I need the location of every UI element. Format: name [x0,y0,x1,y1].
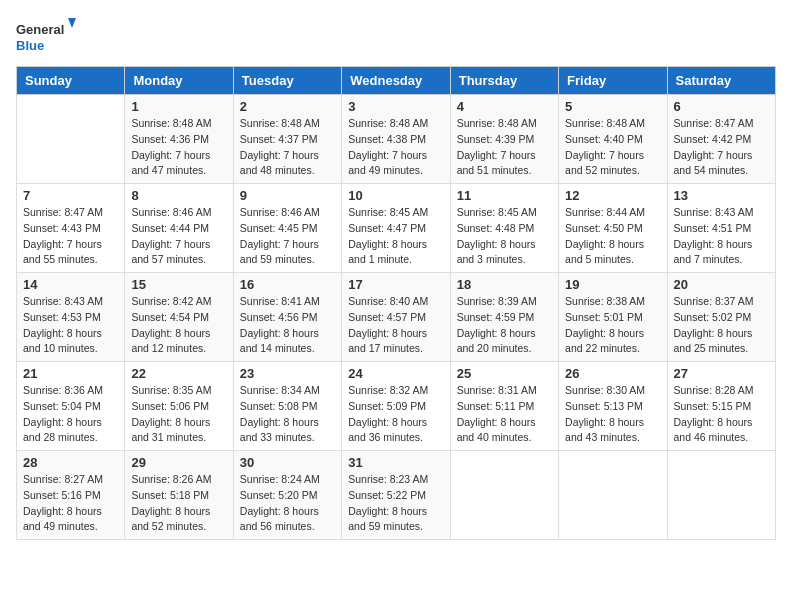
calendar-table: SundayMondayTuesdayWednesdayThursdayFrid… [16,66,776,540]
day-number: 8 [131,188,226,203]
cell-info: Sunrise: 8:30 AMSunset: 5:13 PMDaylight:… [565,383,660,446]
calendar-cell [559,451,667,540]
calendar-cell: 23Sunrise: 8:34 AMSunset: 5:08 PMDayligh… [233,362,341,451]
cell-info: Sunrise: 8:36 AMSunset: 5:04 PMDaylight:… [23,383,118,446]
cell-info: Sunrise: 8:37 AMSunset: 5:02 PMDaylight:… [674,294,769,357]
day-number: 9 [240,188,335,203]
cell-info: Sunrise: 8:46 AMSunset: 4:45 PMDaylight:… [240,205,335,268]
cell-info: Sunrise: 8:42 AMSunset: 4:54 PMDaylight:… [131,294,226,357]
calendar-cell: 17Sunrise: 8:40 AMSunset: 4:57 PMDayligh… [342,273,450,362]
calendar-cell: 31Sunrise: 8:23 AMSunset: 5:22 PMDayligh… [342,451,450,540]
day-number: 22 [131,366,226,381]
day-number: 4 [457,99,552,114]
calendar-cell: 14Sunrise: 8:43 AMSunset: 4:53 PMDayligh… [17,273,125,362]
cell-info: Sunrise: 8:48 AMSunset: 4:40 PMDaylight:… [565,116,660,179]
calendar-cell: 25Sunrise: 8:31 AMSunset: 5:11 PMDayligh… [450,362,558,451]
calendar-cell [667,451,775,540]
day-number: 1 [131,99,226,114]
cell-info: Sunrise: 8:48 AMSunset: 4:37 PMDaylight:… [240,116,335,179]
header-day-wednesday: Wednesday [342,67,450,95]
cell-info: Sunrise: 8:44 AMSunset: 4:50 PMDaylight:… [565,205,660,268]
cell-info: Sunrise: 8:45 AMSunset: 4:48 PMDaylight:… [457,205,552,268]
calendar-cell: 2Sunrise: 8:48 AMSunset: 4:37 PMDaylight… [233,95,341,184]
day-number: 28 [23,455,118,470]
header-day-thursday: Thursday [450,67,558,95]
calendar-cell: 6Sunrise: 8:47 AMSunset: 4:42 PMDaylight… [667,95,775,184]
calendar-cell: 12Sunrise: 8:44 AMSunset: 4:50 PMDayligh… [559,184,667,273]
logo-svg: General Blue [16,16,76,58]
calendar-cell: 21Sunrise: 8:36 AMSunset: 5:04 PMDayligh… [17,362,125,451]
cell-info: Sunrise: 8:48 AMSunset: 4:39 PMDaylight:… [457,116,552,179]
day-number: 21 [23,366,118,381]
day-number: 15 [131,277,226,292]
calendar-cell: 27Sunrise: 8:28 AMSunset: 5:15 PMDayligh… [667,362,775,451]
calendar-cell: 9Sunrise: 8:46 AMSunset: 4:45 PMDaylight… [233,184,341,273]
svg-text:General: General [16,22,64,37]
day-number: 12 [565,188,660,203]
calendar-week-row: 28Sunrise: 8:27 AMSunset: 5:16 PMDayligh… [17,451,776,540]
day-number: 13 [674,188,769,203]
day-number: 5 [565,99,660,114]
page-header: General Blue [16,16,776,58]
calendar-cell: 10Sunrise: 8:45 AMSunset: 4:47 PMDayligh… [342,184,450,273]
calendar-header-row: SundayMondayTuesdayWednesdayThursdayFrid… [17,67,776,95]
logo: General Blue [16,16,76,58]
calendar-week-row: 21Sunrise: 8:36 AMSunset: 5:04 PMDayligh… [17,362,776,451]
calendar-cell: 15Sunrise: 8:42 AMSunset: 4:54 PMDayligh… [125,273,233,362]
calendar-cell [450,451,558,540]
day-number: 30 [240,455,335,470]
calendar-cell: 3Sunrise: 8:48 AMSunset: 4:38 PMDaylight… [342,95,450,184]
day-number: 7 [23,188,118,203]
day-number: 20 [674,277,769,292]
cell-info: Sunrise: 8:28 AMSunset: 5:15 PMDaylight:… [674,383,769,446]
calendar-cell: 1Sunrise: 8:48 AMSunset: 4:36 PMDaylight… [125,95,233,184]
cell-info: Sunrise: 8:34 AMSunset: 5:08 PMDaylight:… [240,383,335,446]
cell-info: Sunrise: 8:26 AMSunset: 5:18 PMDaylight:… [131,472,226,535]
calendar-cell: 4Sunrise: 8:48 AMSunset: 4:39 PMDaylight… [450,95,558,184]
day-number: 16 [240,277,335,292]
cell-info: Sunrise: 8:38 AMSunset: 5:01 PMDaylight:… [565,294,660,357]
cell-info: Sunrise: 8:43 AMSunset: 4:51 PMDaylight:… [674,205,769,268]
calendar-cell: 26Sunrise: 8:30 AMSunset: 5:13 PMDayligh… [559,362,667,451]
day-number: 6 [674,99,769,114]
cell-info: Sunrise: 8:27 AMSunset: 5:16 PMDaylight:… [23,472,118,535]
day-number: 27 [674,366,769,381]
day-number: 18 [457,277,552,292]
calendar-cell: 18Sunrise: 8:39 AMSunset: 4:59 PMDayligh… [450,273,558,362]
cell-info: Sunrise: 8:31 AMSunset: 5:11 PMDaylight:… [457,383,552,446]
day-number: 11 [457,188,552,203]
svg-text:Blue: Blue [16,38,44,53]
calendar-cell: 30Sunrise: 8:24 AMSunset: 5:20 PMDayligh… [233,451,341,540]
calendar-cell: 11Sunrise: 8:45 AMSunset: 4:48 PMDayligh… [450,184,558,273]
header-day-sunday: Sunday [17,67,125,95]
cell-info: Sunrise: 8:24 AMSunset: 5:20 PMDaylight:… [240,472,335,535]
cell-info: Sunrise: 8:48 AMSunset: 4:38 PMDaylight:… [348,116,443,179]
calendar-cell: 24Sunrise: 8:32 AMSunset: 5:09 PMDayligh… [342,362,450,451]
calendar-cell: 19Sunrise: 8:38 AMSunset: 5:01 PMDayligh… [559,273,667,362]
calendar-cell: 29Sunrise: 8:26 AMSunset: 5:18 PMDayligh… [125,451,233,540]
calendar-cell: 16Sunrise: 8:41 AMSunset: 4:56 PMDayligh… [233,273,341,362]
calendar-cell: 28Sunrise: 8:27 AMSunset: 5:16 PMDayligh… [17,451,125,540]
day-number: 23 [240,366,335,381]
cell-info: Sunrise: 8:45 AMSunset: 4:47 PMDaylight:… [348,205,443,268]
day-number: 3 [348,99,443,114]
day-number: 17 [348,277,443,292]
cell-info: Sunrise: 8:47 AMSunset: 4:42 PMDaylight:… [674,116,769,179]
cell-info: Sunrise: 8:40 AMSunset: 4:57 PMDaylight:… [348,294,443,357]
cell-info: Sunrise: 8:39 AMSunset: 4:59 PMDaylight:… [457,294,552,357]
cell-info: Sunrise: 8:23 AMSunset: 5:22 PMDaylight:… [348,472,443,535]
day-number: 2 [240,99,335,114]
cell-info: Sunrise: 8:41 AMSunset: 4:56 PMDaylight:… [240,294,335,357]
day-number: 19 [565,277,660,292]
day-number: 14 [23,277,118,292]
day-number: 29 [131,455,226,470]
cell-info: Sunrise: 8:43 AMSunset: 4:53 PMDaylight:… [23,294,118,357]
header-day-monday: Monday [125,67,233,95]
header-day-saturday: Saturday [667,67,775,95]
calendar-week-row: 7Sunrise: 8:47 AMSunset: 4:43 PMDaylight… [17,184,776,273]
day-number: 26 [565,366,660,381]
cell-info: Sunrise: 8:48 AMSunset: 4:36 PMDaylight:… [131,116,226,179]
header-day-tuesday: Tuesday [233,67,341,95]
cell-info: Sunrise: 8:47 AMSunset: 4:43 PMDaylight:… [23,205,118,268]
calendar-cell: 13Sunrise: 8:43 AMSunset: 4:51 PMDayligh… [667,184,775,273]
